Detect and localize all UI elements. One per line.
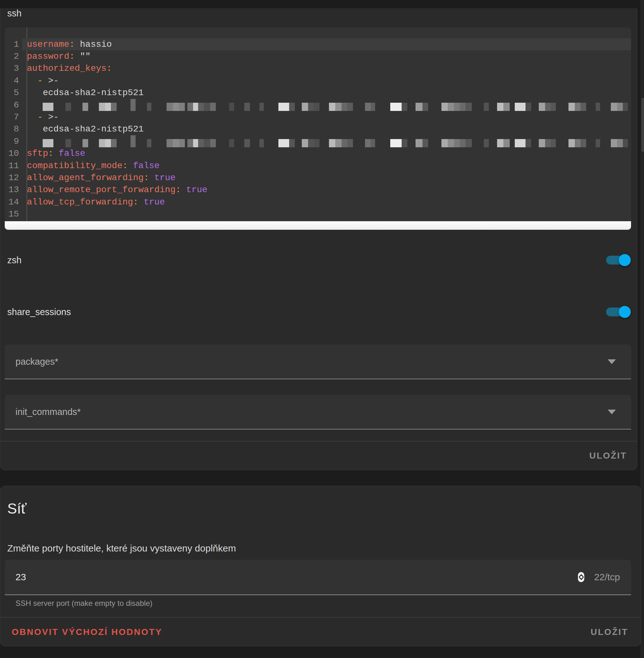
editor-line[interactable]: 8 ecdsa-sha2-nistp521 — [5, 123, 631, 135]
line-number: 7 — [5, 112, 22, 122]
code-line-content: allow_tcp_forwarding: true — [22, 196, 631, 208]
ssh-port-input[interactable] — [5, 571, 142, 583]
editor-line[interactable]: 6 — [5, 99, 631, 111]
toggle-label: zsh — [7, 255, 22, 266]
editor-line[interactable]: 13allow_remote_port_forwarding: true — [5, 184, 631, 196]
chevron-down-icon — [608, 410, 616, 414]
container-port-label: 22/tcp — [594, 572, 620, 583]
toggle-thumb — [619, 306, 631, 318]
code-line-content: username: hassio — [22, 38, 631, 50]
line-number: 6 — [5, 100, 22, 110]
zsh-toggle[interactable] — [606, 254, 630, 267]
ssh-port-field[interactable]: 22/tcp — [5, 560, 631, 595]
editor-line[interactable]: 4 - >- — [5, 74, 631, 87]
editor-line[interactable]: 2password: "" — [5, 50, 631, 62]
redacted-key-line — [22, 135, 631, 147]
code-line-content: - >- — [22, 74, 631, 87]
editor-line[interactable]: 15 — [5, 208, 631, 220]
line-number: 9 — [5, 137, 22, 146]
save-button[interactable]: ULOŽIT — [589, 451, 627, 461]
editor-lines: 1username: hassio2password: ""3authorize… — [5, 38, 631, 220]
line-number: 12 — [5, 173, 22, 183]
network-card-subtitle: Změňte porty hostitele, které jsou vysta… — [7, 543, 641, 554]
editor-line[interactable]: 7 - >- — [5, 111, 631, 123]
select-label: init_commands* — [5, 407, 80, 417]
redacted-key-blur — [43, 99, 631, 111]
chevron-down-icon — [608, 359, 616, 364]
init-commands-select[interactable]: init_commands* — [5, 395, 631, 430]
yaml-code-editor[interactable]: 1username: hassio2password: ""3authorize… — [5, 27, 631, 230]
reset-defaults-button[interactable]: OBNOVIT VÝCHOZÍ HODNOTY — [12, 627, 162, 637]
redacted-key-line — [22, 99, 631, 111]
editor-line[interactable]: 5 ecdsa-sha2-nistp521 — [5, 87, 631, 99]
save-button[interactable]: ULOŽIT — [591, 627, 628, 637]
editor-field-label: ssh — [7, 8, 637, 19]
page-vertical-scrollbar[interactable] — [641, 0, 644, 658]
code-line-content: sftp: false — [22, 148, 631, 160]
packages-select[interactable]: packages* — [5, 344, 631, 379]
scrollbar-thumb[interactable] — [642, 98, 644, 152]
select-label: packages* — [5, 357, 58, 367]
number-stepper-icon[interactable] — [578, 572, 584, 582]
editor-line[interactable]: 3authorized_keys: — [5, 63, 631, 74]
options-card-footer: ULOŽIT — [0, 441, 637, 470]
editor-horizontal-scrollbar[interactable] — [5, 221, 631, 230]
code-line-content — [22, 208, 631, 220]
option-row-zsh: zsh — [7, 251, 630, 269]
line-number: 11 — [5, 161, 22, 171]
redacted-key-blur — [43, 135, 631, 147]
editor-line[interactable]: 10sftp: false — [5, 148, 631, 160]
line-number: 4 — [5, 76, 22, 86]
line-number: 1 — [5, 40, 22, 49]
line-number: 5 — [5, 88, 22, 98]
editor-line[interactable]: 1username: hassio — [5, 38, 631, 50]
line-number: 2 — [5, 51, 22, 61]
code-line-content: allow_agent_forwarding: true — [22, 172, 631, 184]
editor-line[interactable]: 12allow_agent_forwarding: true — [5, 172, 631, 184]
code-line-content: allow_remote_port_forwarding: true — [22, 184, 631, 196]
network-card-title: Síť — [7, 500, 641, 517]
addon-options-card: ssh 1username: hassio2password: ""3autho… — [0, 8, 637, 470]
editor-line[interactable]: 9 — [5, 135, 631, 147]
editor-line[interactable]: 11compatibility_mode: false — [5, 160, 631, 172]
code-line-content: password: "" — [22, 50, 631, 62]
toggle-label: share_sessions — [7, 307, 71, 317]
line-number: 8 — [5, 124, 22, 134]
line-number: 15 — [5, 209, 22, 219]
code-line-content: compatibility_mode: false — [22, 160, 631, 172]
code-line-content: authorized_keys: — [22, 63, 631, 74]
network-card: Síť Změňte porty hostitele, které jsou v… — [0, 486, 641, 646]
line-number: 3 — [5, 64, 22, 73]
code-line-content: ecdsa-sha2-nistp521 — [22, 87, 631, 99]
port-helper-text: SSH server port (make empty to disable) — [16, 599, 641, 608]
port-field-suffix-group: 22/tcp — [578, 572, 631, 583]
share-sessions-toggle[interactable] — [606, 305, 630, 318]
toggle-thumb — [619, 254, 631, 266]
line-number: 13 — [5, 185, 22, 195]
option-row-share-sessions: share_sessions — [7, 303, 630, 321]
network-card-footer: OBNOVIT VÝCHOZÍ HODNOTY ULOŽIT — [0, 617, 641, 646]
line-number: 10 — [5, 149, 22, 158]
code-line-content: - >- — [22, 111, 631, 123]
editor-line[interactable]: 14allow_tcp_forwarding: true — [5, 196, 631, 208]
line-number: 14 — [5, 197, 22, 207]
code-line-content: ecdsa-sha2-nistp521 — [22, 123, 631, 135]
